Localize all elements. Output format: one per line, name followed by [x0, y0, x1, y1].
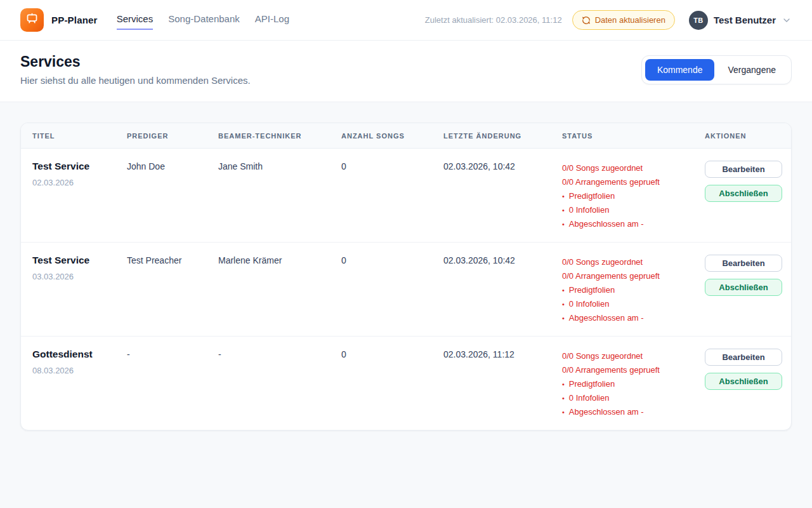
refresh-icon [582, 16, 591, 25]
avatar: TB [689, 11, 708, 30]
prediger-cell: John Doe [127, 159, 218, 171]
app-logo [20, 8, 44, 32]
chevron-down-icon [782, 15, 792, 25]
beamer-techniker-cell: Jane Smith [218, 159, 341, 171]
main-nav: Services Song-Datenbank API-Log [117, 11, 289, 30]
filter-segmented-control: Kommende Vergangene [641, 55, 792, 84]
prediger-cell: - [127, 347, 218, 359]
table-body: Test Service 02.03.2026 John Doe Jane Sm… [21, 149, 791, 430]
status-bullet-item: Abgeschlossen am - [562, 311, 705, 325]
prediger-cell: Test Preacher [127, 253, 218, 265]
column-header-titel: TITEL [32, 132, 127, 140]
status-line: 0/0 Songs zugeordnet [562, 255, 705, 269]
letzte-aenderung-cell: 02.03.2026, 11:12 [443, 347, 562, 359]
status-cell: 0/0 Songs zugeordnet0/0 Arrangements gep… [562, 347, 705, 419]
service-title-cell: Test Service 02.03.2026 [32, 159, 127, 187]
table-row: Gottesdienst 08.03.2026 - - 0 02.03.2026… [21, 337, 791, 430]
status-line: 0/0 Songs zugeordnet [562, 161, 705, 175]
services-table: TITEL PREDIGER BEAMER-TECHNIKER ANZAHL S… [20, 123, 792, 431]
actions-cell: Bearbeiten Abschließen [705, 347, 782, 390]
edit-button[interactable]: Bearbeiten [705, 349, 782, 366]
anzahl-songs-cell: 0 [341, 347, 443, 359]
table-row: Test Service 02.03.2026 John Doe Jane Sm… [21, 149, 791, 243]
edit-button[interactable]: Bearbeiten [705, 255, 782, 272]
service-title-cell: Gottesdienst 08.03.2026 [32, 347, 127, 375]
status-bullet-item: 0 Infofolien [562, 391, 705, 405]
column-header-letzte-aenderung: LETZTE ÄNDERUNG [443, 132, 562, 140]
complete-button[interactable]: Abschließen [705, 373, 782, 390]
status-line: 0/0 Songs zugeordnet [562, 349, 705, 363]
table-row: Test Service 03.03.2026 Test Preacher Ma… [21, 243, 791, 337]
column-header-aktionen: AKTIONEN [705, 132, 780, 140]
letzte-aenderung-cell: 02.03.2026, 10:42 [443, 159, 562, 171]
page-header-text: Services Hier siehst du alle heutigen un… [20, 53, 251, 86]
table-header-row: TITEL PREDIGER BEAMER-TECHNIKER ANZAHL S… [21, 123, 791, 149]
filter-upcoming-button[interactable]: Kommende [645, 59, 715, 81]
status-bullet-item: Predigtfolien [562, 283, 705, 297]
user-menu[interactable]: TB Test Benutzer [689, 11, 792, 30]
status-bullet-item: 0 Infofolien [562, 297, 705, 311]
column-header-beamer-techniker: BEAMER-TECHNIKER [218, 132, 341, 140]
complete-button[interactable]: Abschließen [705, 185, 782, 202]
column-header-status: STATUS [562, 132, 705, 140]
status-line: 0/0 Arrangements geprueft [562, 363, 705, 377]
refresh-data-button[interactable]: Daten aktualisieren [572, 10, 675, 30]
projector-icon [25, 12, 39, 28]
nav-item-song-datenbank[interactable]: Song-Datenbank [168, 11, 240, 30]
nav-item-services[interactable]: Services [117, 11, 154, 30]
main-content: TITEL PREDIGER BEAMER-TECHNIKER ANZAHL S… [0, 102, 812, 451]
last-updated-text: Zuletzt aktualisiert: 02.03.2026, 11:12 [425, 15, 562, 25]
service-title: Test Service [32, 159, 127, 172]
actions-cell: Bearbeiten Abschließen [705, 253, 782, 296]
navbar-right: Zuletzt aktualisiert: 02.03.2026, 11:12 … [425, 10, 792, 30]
filter-past-button[interactable]: Vergangene [716, 59, 788, 81]
status-bullet-item: Abgeschlossen am - [562, 217, 705, 231]
edit-button[interactable]: Bearbeiten [705, 161, 782, 178]
letzte-aenderung-cell: 02.03.2026, 10:42 [443, 253, 562, 265]
actions-cell: Bearbeiten Abschließen [705, 159, 782, 202]
status-cell: 0/0 Songs zugeordnet0/0 Arrangements gep… [562, 253, 705, 325]
status-bullet-item: 0 Infofolien [562, 203, 705, 217]
page-subtitle: Hier siehst du alle heutigen und kommend… [20, 75, 251, 86]
refresh-button-label: Daten aktualisieren [595, 15, 665, 25]
status-cell: 0/0 Songs zugeordnet0/0 Arrangements gep… [562, 159, 705, 231]
top-navbar: PP-Planer Services Song-Datenbank API-Lo… [0, 0, 812, 41]
beamer-techniker-cell: Marlene Krämer [218, 253, 341, 265]
service-title: Gottesdienst [32, 347, 127, 360]
user-name: Test Benutzer [714, 15, 776, 25]
column-header-anzahl-songs: ANZAHL SONGS [341, 132, 443, 140]
status-line: 0/0 Arrangements geprueft [562, 269, 705, 283]
column-header-prediger: PREDIGER [127, 132, 218, 140]
brand: PP-Planer [20, 8, 98, 32]
page-header: Services Hier siehst du alle heutigen un… [0, 41, 812, 102]
service-date: 08.03.2026 [32, 366, 127, 375]
anzahl-songs-cell: 0 [341, 253, 443, 265]
page-title: Services [20, 53, 251, 70]
complete-button[interactable]: Abschließen [705, 279, 782, 296]
service-title-cell: Test Service 03.03.2026 [32, 253, 127, 281]
beamer-techniker-cell: - [218, 347, 341, 359]
service-date: 02.03.2026 [32, 178, 127, 187]
brand-name: PP-Planer [51, 15, 98, 25]
service-date: 03.03.2026 [32, 272, 127, 281]
nav-item-api-log[interactable]: API-Log [255, 11, 289, 30]
status-bullet-item: Predigtfolien [562, 377, 705, 391]
status-line: 0/0 Arrangements geprueft [562, 175, 705, 189]
status-bullet-item: Predigtfolien [562, 189, 705, 203]
anzahl-songs-cell: 0 [341, 159, 443, 171]
service-title: Test Service [32, 253, 127, 266]
status-bullet-item: Abgeschlossen am - [562, 405, 705, 419]
